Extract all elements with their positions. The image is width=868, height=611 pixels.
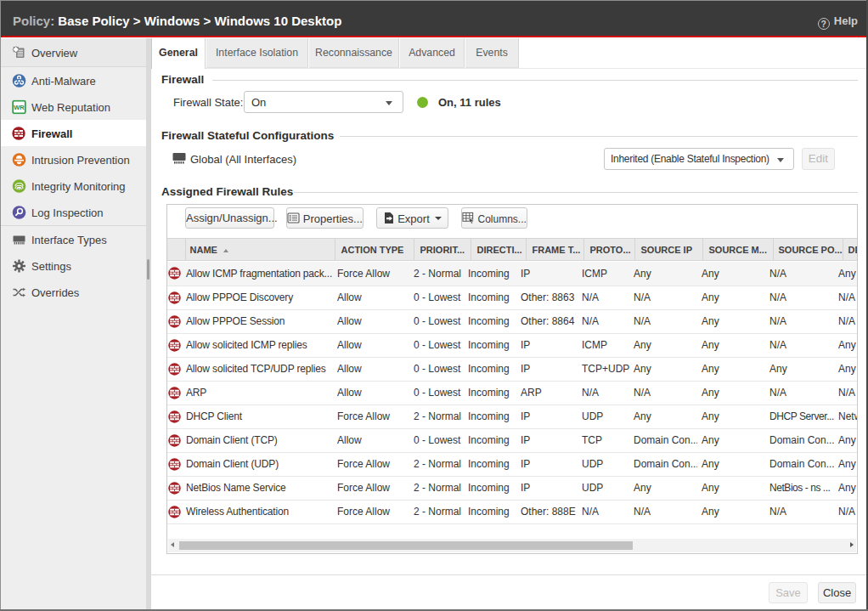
svg-text:WR: WR [14,104,25,111]
